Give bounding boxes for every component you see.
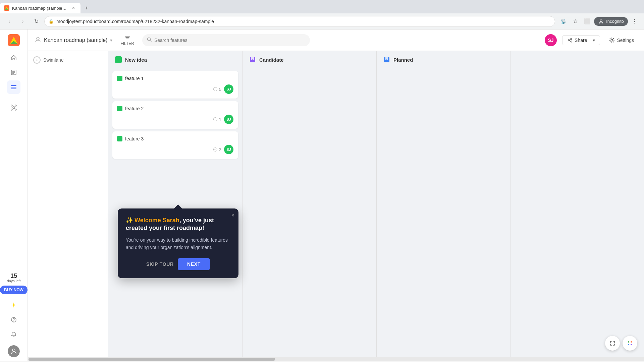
card-feature-2[interactable]: feature 2 1 SJ — [112, 101, 238, 129]
card-feature-3-header: feature 3 — [117, 136, 233, 141]
refresh-button[interactable]: ↻ — [31, 16, 42, 27]
buy-now-button[interactable]: BUY NOW — [0, 286, 28, 294]
popup-close-button[interactable]: × — [231, 213, 234, 219]
feature-3-icon — [117, 136, 122, 141]
tab-close-icon[interactable]: ✕ — [70, 5, 76, 11]
board-person-icon — [35, 36, 41, 44]
svg-point-29 — [571, 38, 572, 40]
apps-fab-button[interactable] — [623, 336, 637, 351]
next-button[interactable]: NEXT — [178, 258, 210, 270]
app-header: Kanban roadmap (sample) ▾ FILTER SJ Shar… — [28, 29, 644, 51]
browser-chrome: Kanban roadmap (sample) - Roa ✕ + ‹ › ↻ … — [0, 0, 644, 29]
forward-button[interactable]: › — [17, 16, 28, 27]
bookmark-icon[interactable]: ☆ — [570, 16, 581, 27]
welcome-popup: × ✨Welcome Sarah, you've just created yo… — [118, 208, 238, 278]
scrollbar-thumb[interactable] — [29, 358, 275, 361]
settings-button[interactable]: Settings — [605, 35, 637, 45]
skip-tour-button[interactable]: SKIP TOUR — [146, 261, 174, 267]
swimlane-add-icon: + — [33, 56, 41, 64]
main-content: Kanban roadmap (sample) ▾ FILTER SJ Shar… — [28, 29, 644, 361]
svg-point-40 — [631, 341, 632, 343]
profile-label: Incognito — [606, 19, 624, 24]
sidebar-item-notifications[interactable] — [7, 328, 20, 341]
user-avatar-header[interactable]: SJ — [545, 34, 557, 46]
user-avatar-sidebar[interactable] — [8, 345, 20, 357]
board-title-area[interactable]: Kanban roadmap (sample) ▾ — [35, 36, 112, 44]
search-input[interactable] — [154, 38, 305, 43]
card-feature-1-footer: 5 SJ — [117, 84, 233, 94]
svg-point-21 — [12, 349, 15, 352]
active-tab[interactable]: Kanban roadmap (sample) - Roa ✕ — [0, 3, 80, 13]
search-bar[interactable] — [142, 34, 310, 46]
toolbar-actions: 📡 ☆ ⬜ Incognito ⋮ — [558, 16, 640, 27]
column-new-idea-title: New idea — [125, 57, 147, 63]
extension-icon[interactable]: ⬜ — [582, 16, 593, 27]
back-button[interactable]: ‹ — [4, 16, 15, 27]
days-left-label: days left — [7, 279, 21, 283]
svg-point-17 — [11, 109, 12, 110]
tab-favicon — [4, 5, 9, 11]
sidebar-item-help[interactable] — [7, 313, 20, 326]
svg-point-41 — [628, 344, 629, 345]
column-candidate-icon — [249, 56, 256, 63]
search-icon — [147, 37, 152, 43]
svg-line-31 — [570, 39, 571, 40]
feature-1-comments: 5 — [213, 87, 221, 92]
address-bar[interactable]: 🔒 moodjoytest.productboard.com/roadmap/6… — [44, 16, 555, 27]
share-button-area[interactable]: Share ▾ — [562, 35, 600, 45]
column-candidate-title: Candidate — [259, 57, 284, 63]
new-tab-button[interactable]: + — [82, 3, 91, 13]
popup-actions: SKIP TOUR NEXT — [126, 258, 230, 270]
feature-2-avatar: SJ — [224, 115, 233, 124]
column-planned: Planned — [377, 51, 511, 357]
column-new-idea-icon — [115, 56, 122, 63]
share-label: Share — [575, 38, 587, 43]
sidebar-divider — [8, 98, 19, 98]
days-left: 15 days left — [7, 273, 21, 283]
horizontal-scrollbar[interactable] — [28, 357, 644, 361]
more-options-icon[interactable]: ⋮ — [629, 16, 640, 27]
sidebar-item-roadmap[interactable] — [7, 80, 20, 94]
feature-2-comments: 1 — [213, 117, 221, 122]
settings-label: Settings — [617, 38, 634, 43]
address-text: moodjoytest.productboard.com/roadmap/621… — [56, 19, 551, 24]
cast-icon[interactable]: 📡 — [558, 16, 569, 27]
column-planned-header: Planned — [377, 51, 511, 68]
sidebar-item-home[interactable] — [7, 51, 20, 64]
feature-1-avatar: SJ — [224, 84, 233, 94]
feature-3-comments: 3 — [213, 147, 221, 152]
card-feature-1[interactable]: feature 1 5 SJ — [112, 71, 238, 99]
svg-point-28 — [568, 40, 570, 41]
board-title-text: Kanban roadmap (sample) — [44, 37, 107, 43]
svg-point-14 — [13, 107, 15, 109]
swimlane-label: Swimlane — [43, 57, 64, 63]
days-left-number: 15 — [7, 273, 21, 279]
column-candidate-cards — [243, 68, 376, 357]
app-container: 15 days left BUY NOW Kanban roadmap — [0, 29, 644, 361]
swimlane-add-button[interactable]: + Swimlane — [33, 56, 103, 64]
logo[interactable] — [7, 34, 20, 47]
column-candidate: Candidate — [243, 51, 377, 357]
card-feature-1-header: feature 1 — [117, 76, 233, 81]
sidebar-item-notes[interactable] — [7, 66, 20, 79]
feature-2-title: feature 2 — [125, 106, 144, 111]
svg-point-33 — [611, 39, 613, 41]
card-feature-2-footer: 1 SJ — [117, 115, 233, 124]
sidebar-item-integrations[interactable] — [7, 101, 20, 114]
lock-icon: 🔒 — [49, 19, 54, 24]
svg-line-32 — [570, 41, 571, 41]
svg-point-39 — [628, 341, 629, 343]
kanban-columns: New idea feature 1 5 — [108, 51, 644, 357]
feature-2-icon — [117, 106, 122, 111]
share-chevron-icon[interactable]: ▾ — [590, 38, 595, 43]
popup-arrow — [174, 204, 182, 208]
sidebar-item-sparkle[interactable] — [7, 298, 20, 312]
profile-button[interactable]: Incognito — [594, 17, 628, 26]
tabs-bar: Kanban roadmap (sample) - Roa ✕ + — [0, 0, 644, 13]
expand-fab-button[interactable] — [605, 336, 620, 351]
svg-point-3 — [598, 18, 604, 24]
filter-button[interactable]: FILTER — [118, 33, 137, 47]
column-planned-title: Planned — [393, 57, 413, 63]
card-feature-3[interactable]: feature 3 3 SJ — [112, 131, 238, 159]
tab-title: Kanban roadmap (sample) - Roa — [12, 6, 68, 11]
